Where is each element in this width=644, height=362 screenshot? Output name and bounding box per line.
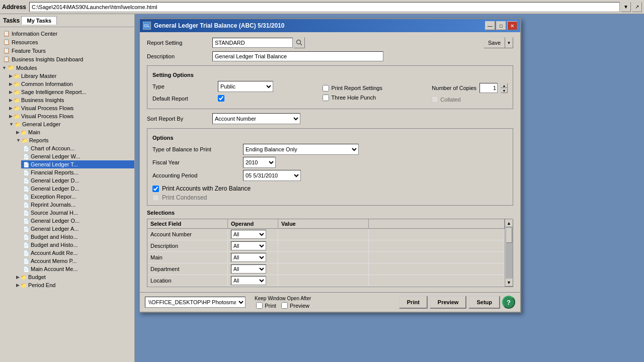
sidebar-item-label: Resources [12, 39, 38, 45]
ci-icon: 📁 [14, 81, 20, 87]
save-button[interactable]: Save [484, 37, 505, 48]
doc-icon: 📄 [23, 146, 29, 151]
operand-select[interactable]: All [231, 276, 266, 285]
zero-balance-checkbox[interactable] [152, 186, 159, 192]
operand-select[interactable]: All [231, 253, 266, 262]
accounting-period-select[interactable]: 05 5/31/2010 [243, 170, 301, 181]
sidebar-item-common-info[interactable]: ▶ 📁 Common Information [7, 80, 134, 88]
sidebar-item-business-insights-dashboard[interactable]: 📋 Business Insights Dashboard [0, 55, 134, 63]
sidebar-item-modules[interactable]: ▼ 📁 Modules [0, 63, 134, 72]
sidebar-item-period-end[interactable]: ▶ 📁 Period End [14, 281, 134, 289]
copies-down[interactable]: ▼ [501, 88, 508, 93]
maximize-button[interactable]: □ [496, 21, 506, 30]
sidebar-item-label: Financial Reports... [31, 169, 78, 175]
minimize-button[interactable]: — [485, 21, 495, 30]
sidebar-item-source-journal[interactable]: 📄 Source Journal H... [21, 209, 134, 217]
sidebar-item-gl-a[interactable]: 📄 General Ledger A... [21, 225, 134, 233]
description-input[interactable] [212, 51, 383, 61]
copies-input[interactable] [479, 83, 498, 93]
search-icon [296, 39, 303, 46]
sidebar-item-gl-trial-balance[interactable]: 📄 General Ledger T... [21, 160, 134, 168]
table-scrollbar[interactable]: ▲ ▼ [505, 219, 513, 287]
type-select[interactable]: Public Private [218, 81, 273, 92]
close-button[interactable]: ✕ [507, 21, 517, 30]
sidebar-item-gl-o[interactable]: 📄 General Ledger O... [21, 217, 134, 225]
bottom-buttons: Print Preview Setup ? [399, 296, 515, 309]
info-center-icon: 📋 [3, 30, 10, 37]
sidebar-item-visual-process-flows[interactable]: ▶ 📁 Visual Process Flows [7, 104, 134, 112]
sidebar-item-budget[interactable]: ▶ 📁 Budget [14, 273, 134, 281]
sidebar-item-account-memo[interactable]: 📄 Account Memo P... [21, 257, 134, 265]
setup-button[interactable]: Setup [468, 296, 500, 309]
keep-print-checkbox[interactable] [256, 302, 263, 309]
sidebar-item-exception[interactable]: 📄 Exception Repor... [21, 193, 134, 201]
sidebar-item-reports[interactable]: ▼ 📁 Reports [14, 136, 134, 144]
report-setting-input[interactable] [212, 38, 293, 48]
sidebar-item-financial-reports[interactable]: 📄 Financial Reports... [21, 168, 134, 176]
selections-table: Select Field Operand Value Account Numbe… [147, 219, 513, 287]
gl-icon: 📁 [15, 122, 21, 127]
report-setting-search-button[interactable] [294, 37, 305, 48]
sidebar-item-main-account-me[interactable]: 📄 Main Account Me... [21, 265, 134, 273]
help-button[interactable]: ? [502, 296, 515, 309]
save-dropdown-button[interactable]: ▼ [505, 37, 513, 48]
dialog-window: GL General Ledger Trial Balance (ABC) 5/… [139, 18, 521, 313]
operand-select[interactable]: All [231, 241, 266, 250]
sidebar-item-account-audit[interactable]: 📄 Account Audit Re... [21, 249, 134, 257]
sidebar-item-budget-histo1[interactable]: 📄 Budget and Histo... [21, 233, 134, 241]
address-go-btn[interactable]: ▼ [621, 2, 631, 12]
balance-type-select[interactable]: Ending Balance Only Beginning Balance Bo… [243, 144, 359, 155]
print-report-settings-checkbox[interactable] [323, 85, 329, 92]
fiscal-year-label: Fiscal Year [152, 159, 243, 165]
accounting-period-label: Accounting Period [152, 172, 243, 178]
default-report-label: Default Report [152, 96, 218, 102]
copies-spinner[interactable]: ▲ ▼ [501, 83, 508, 93]
sidebar-item-label: Source Journal H... [31, 210, 78, 216]
sidebar-item-general-ledger[interactable]: ▼ 📁 General Ledger [7, 120, 134, 128]
preview-button[interactable]: Preview [430, 296, 467, 309]
sidebar-item-paperless-office[interactable]: ▶ 📁 Visual Process Flows [7, 112, 134, 120]
operand-header: Operand [228, 219, 278, 228]
scroll-down-arrow[interactable]: ▼ [505, 279, 513, 287]
value-cell [278, 240, 369, 251]
scroll-up-arrow[interactable]: ▲ [505, 219, 513, 227]
sidebar-item-business-insights[interactable]: ▶ 📁 Business Insights [7, 96, 134, 104]
sidebar-item-label: General Ledger D... [31, 177, 79, 184]
operand-select[interactable]: All [231, 264, 266, 274]
sidebar-item-reprint[interactable]: 📄 Reprint Journals... [21, 201, 134, 209]
sidebar-item-feature-tours[interactable]: 📋 Feature Tours [0, 46, 134, 55]
bid-icon: 📋 [3, 56, 10, 62]
sidebar-item-gl-d1[interactable]: 📄 General Ledger D... [21, 176, 134, 185]
sort-report-select[interactable]: Account Number Account Name [212, 113, 300, 124]
sidebar-item-gl-d2[interactable]: 📄 General Ledger D... [21, 185, 134, 193]
sidebar-item-label: General Ledger T... [31, 161, 78, 167]
sidebar-item-sage-intelligence[interactable]: ▶ 📁 Sage Intelligence Report... [7, 88, 134, 96]
address-ext-btn[interactable]: ↗ [632, 2, 642, 12]
copies-up[interactable]: ▲ [501, 83, 508, 88]
doc-icon: 📄 [23, 258, 29, 264]
sidebar-item-library-master[interactable]: ▶ 📁 Library Master [7, 72, 134, 80]
scroll-thumb[interactable] [506, 228, 512, 243]
three-hole-punch-checkbox[interactable] [323, 95, 329, 101]
default-report-checkbox[interactable] [218, 95, 224, 102]
keep-preview-checkbox[interactable] [281, 302, 288, 309]
sidebar-item-gl-w[interactable]: 📄 General Ledger W... [21, 152, 134, 160]
sidebar-item-information-center[interactable]: 📋 Information Center [0, 29, 134, 38]
address-input[interactable] [29, 2, 620, 12]
printer-select[interactable]: \\OFFICE_DESKTOP\HP Photosmart C [145, 297, 246, 308]
table-row: Location All [147, 275, 505, 287]
my-tasks-tab[interactable]: My Tasks [21, 16, 57, 25]
dialog-title: General Ledger Trial Balance (ABC) 5/31/… [154, 22, 484, 29]
copies-label: Number of Copies [432, 85, 476, 91]
sidebar-item-label: General Ledger D... [31, 186, 79, 192]
sidebar-item-budget-histo2[interactable]: 📄 Budget and Histo... [21, 241, 134, 249]
field-cell: Location [147, 275, 228, 286]
fiscal-year-select[interactable]: 2009 2010 2011 [243, 157, 276, 168]
collated-label: Collated [440, 97, 460, 103]
sidebar-item-main[interactable]: ▶ 📁 Main [14, 128, 134, 136]
print-button[interactable]: Print [399, 296, 428, 309]
sidebar-item-resources[interactable]: 📋 Resources [0, 38, 134, 46]
operand-select[interactable]: All [231, 230, 266, 239]
sidebar-item-chart-accounts[interactable]: 📄 Chart of Accoun... [21, 144, 134, 152]
condensed-checkbox [152, 195, 159, 201]
